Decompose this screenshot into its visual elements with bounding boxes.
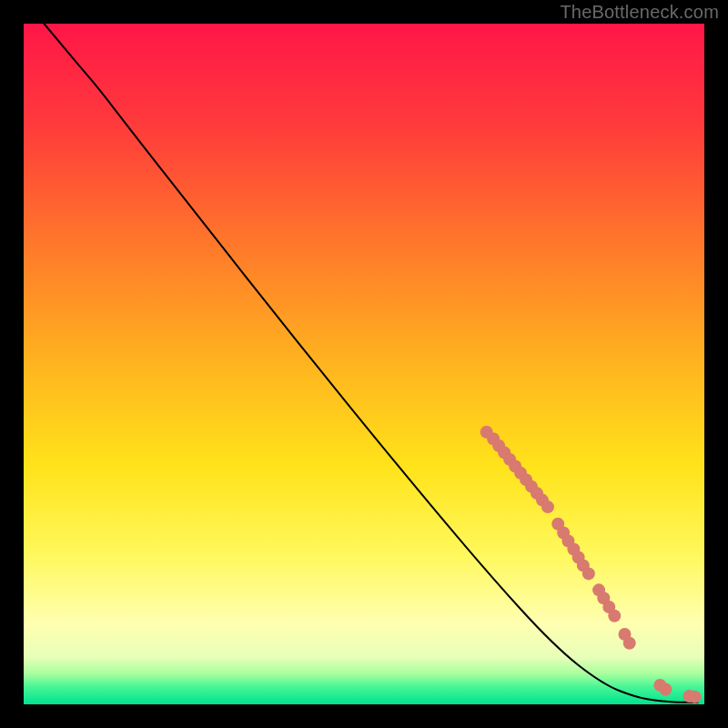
chart-frame: TheBottleneck.com — [0, 0, 728, 728]
data-marker — [582, 567, 595, 580]
data-marker — [608, 610, 621, 622]
plot-area — [24, 24, 704, 704]
data-marker — [689, 691, 702, 703]
watermark-text: TheBottleneck.com — [560, 2, 719, 23]
data-marker — [541, 500, 554, 513]
chart-svg — [24, 24, 704, 704]
data-marker — [623, 637, 636, 650]
data-marker — [659, 683, 672, 696]
